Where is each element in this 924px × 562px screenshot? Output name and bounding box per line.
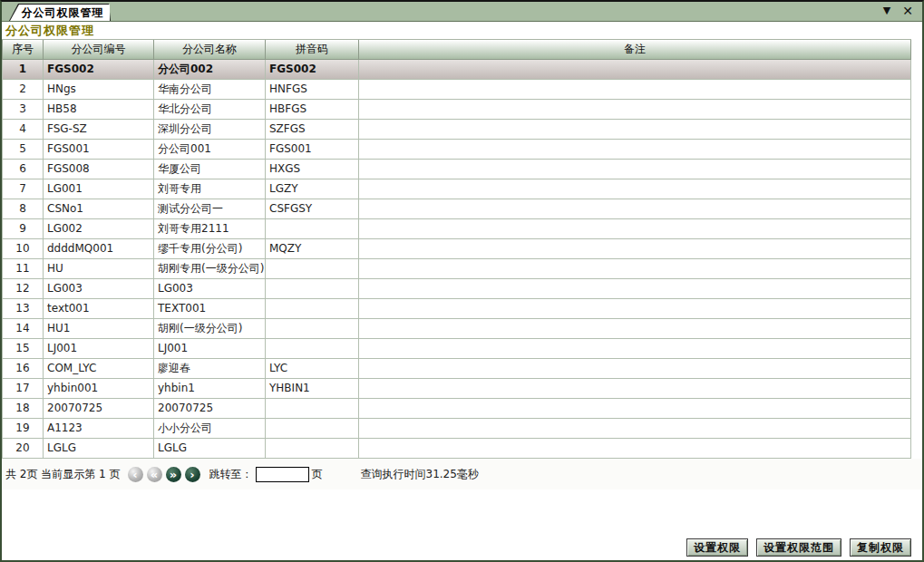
table-cell: 2 — [3, 80, 44, 99]
table-cell: yhbin001 — [44, 379, 154, 398]
table-cell — [359, 80, 911, 99]
table-cell: 20070725 — [44, 399, 154, 418]
table-row[interactable]: 4FSG-SZ深圳分公司SZFGS — [2, 120, 911, 140]
table-cell: 17 — [3, 379, 44, 398]
table-cell: 8 — [3, 199, 44, 218]
table-row[interactable]: 8CSNo1测试分公司一CSFGSY — [2, 199, 911, 219]
next-page-button[interactable]: » — [166, 467, 181, 482]
table-row[interactable]: 16COM_LYC廖迎春LYC — [2, 359, 911, 379]
table-cell — [359, 339, 911, 358]
jump-page-input[interactable] — [256, 467, 309, 482]
table-row[interactable]: 11HU胡刚专用(一级分公司) — [2, 259, 911, 279]
prev-page-button[interactable]: « — [147, 467, 162, 482]
table-cell: 5 — [3, 140, 44, 159]
table-cell: 6 — [3, 160, 44, 179]
set-permission-button[interactable]: 设置权限 — [686, 538, 748, 557]
table-cell — [359, 239, 911, 258]
table-row[interactable]: 10ddddMQ001缪千专用(分公司)MQZY — [2, 239, 911, 259]
table-header-row: 序号分公司编号分公司名称拼音码备注 — [2, 40, 911, 60]
table-cell: 华南分公司 — [154, 80, 266, 99]
table-cell: 华北分公司 — [154, 100, 266, 119]
table-cell: FGS001 — [44, 140, 154, 159]
table-cell: 20070725 — [154, 399, 266, 418]
table-row[interactable]: 1FGS002分公司002FGS002 — [2, 60, 911, 80]
table-cell — [266, 419, 359, 438]
table-row[interactable]: 13text001TEXT001 — [2, 299, 911, 319]
table-cell — [359, 100, 911, 119]
table-cell: LG003 — [154, 279, 266, 298]
column-header: 分公司编号 — [44, 40, 154, 59]
table-row[interactable]: 3HB58华北分公司HBFGS — [2, 100, 911, 120]
table-row[interactable]: 19A1123小小分公司 — [2, 419, 911, 439]
table-cell: yhbin1 — [154, 379, 266, 398]
table-cell: LYC — [266, 359, 359, 378]
branch-permission-window: 分公司权限管理 ▼ ✕ 分公司权限管理 序号分公司编号分公司名称拼音码备注 1F… — [0, 0, 924, 562]
table-cell: 4 — [3, 120, 44, 139]
table-row[interactable]: 7LG001刘哥专用LGZY — [2, 179, 911, 199]
table-cell — [359, 120, 911, 139]
table-cell — [359, 199, 911, 218]
tab-branch-permission[interactable]: 分公司权限管理 — [9, 4, 111, 21]
table-cell: LJ001 — [154, 339, 266, 358]
table-row[interactable]: 12LG003LG003 — [2, 279, 911, 299]
table-cell: HB58 — [44, 100, 154, 119]
table-cell: FGS001 — [266, 140, 359, 159]
table-cell: 分公司002 — [154, 60, 266, 79]
last-page-button[interactable]: › — [185, 467, 200, 482]
table-cell — [359, 419, 911, 438]
table-cell: 1 — [3, 60, 44, 79]
table-row[interactable]: 9LG002刘哥专用2111 — [2, 219, 911, 239]
table-cell — [359, 259, 911, 278]
table-cell: 11 — [3, 259, 44, 278]
chevron-down-icon[interactable]: ▼ — [883, 5, 890, 17]
table-cell: SZFGS — [266, 120, 359, 139]
table-row[interactable]: 14HU1胡刚(一级分公司) — [2, 319, 911, 339]
table-body: 1FGS002分公司002FGS0022HNgs华南分公司HNFGS3HB58华… — [2, 60, 911, 459]
table-cell: HBFGS — [266, 100, 359, 119]
table-cell: HU1 — [44, 319, 154, 338]
table-cell: 19 — [3, 419, 44, 438]
table-cell: LG002 — [44, 219, 154, 238]
table-cell: 16 — [3, 359, 44, 378]
table-cell: 小小分公司 — [154, 419, 266, 438]
table-row[interactable]: 5FGS001分公司001FGS001 — [2, 140, 911, 160]
table-cell — [359, 140, 911, 159]
table-row[interactable]: 20LGLGLGLG — [2, 439, 911, 459]
table-cell: LG001 — [44, 179, 154, 199]
table-cell: 18 — [3, 399, 44, 418]
table-cell — [359, 279, 911, 298]
table-row[interactable]: 6FGS008华厦公司HXGS — [2, 160, 911, 179]
table-cell — [359, 359, 911, 378]
table-cell: text001 — [44, 299, 154, 318]
column-header: 拼音码 — [266, 40, 359, 59]
set-permission-scope-button[interactable]: 设置权限范围 — [756, 538, 841, 557]
table-cell — [359, 160, 911, 179]
close-icon[interactable]: ✕ — [902, 5, 913, 17]
table-cell: 廖迎春 — [154, 359, 266, 378]
table-cell — [266, 399, 359, 418]
table-cell: CSNo1 — [44, 199, 154, 218]
column-header: 序号 — [3, 40, 44, 59]
table-cell: 10 — [3, 239, 44, 258]
table-cell — [359, 399, 911, 418]
table-cell: 缪千专用(分公司) — [154, 239, 266, 258]
table-cell: 3 — [3, 100, 44, 119]
copy-permission-button[interactable]: 复制权限 — [850, 538, 911, 557]
table-cell: FGS008 — [44, 160, 154, 179]
table-cell: LG003 — [44, 279, 154, 298]
table-cell — [266, 319, 359, 338]
table-cell — [359, 60, 911, 79]
table-cell: LGLG — [44, 439, 154, 458]
table-row[interactable]: 182007072520070725 — [2, 399, 911, 419]
first-page-button[interactable]: ‹ — [128, 467, 143, 482]
content-spacer — [2, 489, 922, 538]
pagination-summary: 共 2页 当前显示第 1 页 — [5, 467, 121, 482]
table-cell: 13 — [3, 299, 44, 318]
table-cell: 刘哥专用2111 — [154, 219, 266, 238]
table-row[interactable]: 15LJ001LJ001 — [2, 339, 911, 359]
table-row[interactable]: 2HNgs华南分公司HNFGS — [2, 80, 911, 100]
window-controls: ▼ ✕ — [883, 5, 913, 17]
table-row[interactable]: 17yhbin001yhbin1YHBIN1 — [2, 379, 911, 399]
table-cell: 刘哥专用 — [154, 179, 266, 199]
table-cell: 胡刚专用(一级分公司) — [154, 259, 266, 278]
